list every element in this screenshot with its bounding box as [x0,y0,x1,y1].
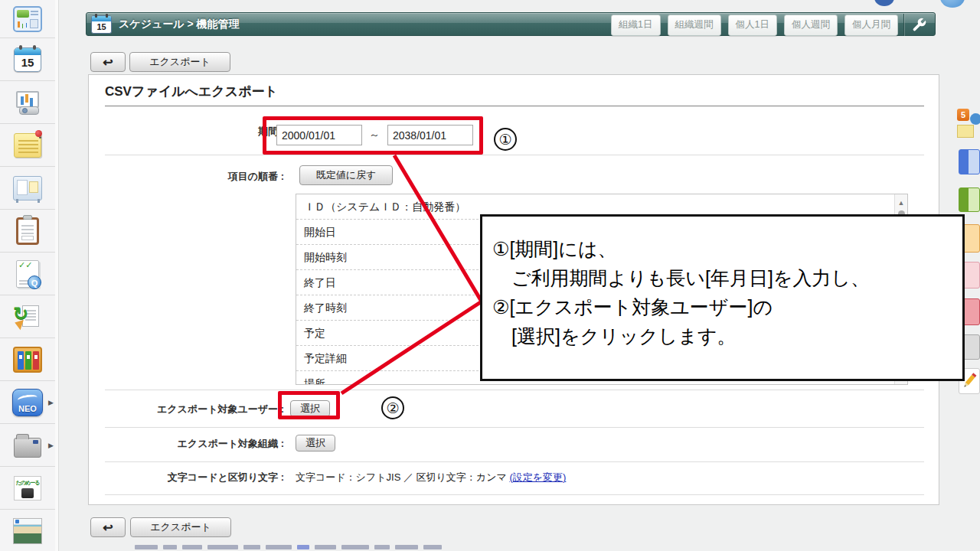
sidebar-item-todo-search[interactable]: ✓✓ Q [0,253,55,295]
cutoff-text-remnant [135,545,442,551]
header-divider [903,14,904,36]
schedule-header-icon: 15 [91,15,112,34]
cutoff-toolbar-icon [940,0,965,8]
instruction-callout: ①[期間]には、 ご利用期間よりも長い[年月日]を入力し、②[エクスポート対象ユ… [480,214,965,381]
charcode-label: 文字コードと区切り文字 : [100,471,284,484]
sidebar-item-neo[interactable]: NEO ▶ [0,381,55,424]
back-arrow-icon: ↩ [103,55,113,70]
sidebar-item-workflow[interactable]: ↻ [0,295,55,338]
module-header: 15 スケジュール > 機能管理 組織1日 組織週間 個人1日 個人週間 個人月… [86,12,936,36]
projector-icon [13,90,42,116]
step-marker-2: ② [381,396,404,419]
row-separator [105,494,924,495]
submenu-arrow-icon: ▶ [48,442,54,449]
sidebar-item-schedule[interactable]: 15 [0,38,55,81]
sidebar-item-files[interactable]: ▶ [0,424,55,467]
row-separator [105,155,924,155]
neo-app-icon: NEO [12,389,43,416]
target-org-label: エクスポート対象組織 : [100,437,284,451]
view-switcher: 組織1日 組織週間 個人1日 個人週間 個人月間 [604,13,898,37]
highlight-box-select [278,391,340,419]
scroll-up-icon[interactable]: ▲ [895,194,907,207]
submenu-arrow-icon: ▶ [48,399,54,406]
view-button-personal-day[interactable]: 個人1日 [728,15,777,36]
select-org-button[interactable]: 選択 [296,435,335,452]
cutoff-legend-green [959,187,980,212]
item-order-label: 項目の順番 : [100,170,284,184]
workflow-icon: ↻ [15,303,41,331]
period-label: 期間 : [100,125,284,139]
ad-banner-thumbnail [13,518,42,544]
cutoff-note-icon: 5 [957,109,980,138]
screen: 15 ✓✓ Q ↻ NEO ▶ [0,0,980,551]
row-separator [105,461,924,462]
bookshelf-icon [13,347,42,373]
clipboard-icon [16,217,39,245]
change-settings-link[interactable]: (設定を変更) [509,471,566,483]
row-separator [105,427,924,428]
export-button-top[interactable]: エクスポート [129,52,230,72]
target-user-label: エクスポート対象ユーザー : [100,403,284,416]
sidebar-item-portal[interactable] [0,0,55,38]
cutoff-toolbar-icon [874,0,894,6]
sidebar-item-memo[interactable] [0,124,55,167]
breadcrumb: スケジュール > 機能管理 [119,18,240,31]
sidebar-item-bulletin[interactable] [0,167,55,210]
view-button-personal-month[interactable]: 個人月間 [844,15,898,36]
page-title: CSVファイルへエクスポート [105,83,278,100]
title-underline [105,106,924,106]
sidebar-item-equipment[interactable] [0,81,55,124]
charcode-text: 文字コード：シフトJIS ／ 区切り文字：カンマ [296,471,509,483]
settings-wrench-icon[interactable] [911,17,927,33]
view-button-personal-week[interactable]: 個人週間 [784,15,838,36]
charcode-value: 文字コード：シフトJIS ／ 区切り文字：カンマ (設定を変更) [296,471,566,484]
back-arrow-icon: ↩ [103,520,113,535]
bulletin-board-icon [13,176,42,201]
memo-icon [14,133,41,158]
checklist-search-icon: ✓✓ Q [16,260,39,288]
portal-icon [13,6,42,32]
sidebar-item-banner[interactable] [0,510,55,551]
sidebar-item-documents[interactable] [0,338,55,381]
reset-defaults-button[interactable]: 既定値に戻す [299,165,393,185]
step-marker-1: ① [494,128,517,151]
row-separator [105,390,924,390]
magnifier-icon: Q [28,276,41,289]
check-marks: ✓✓ [18,261,32,269]
view-button-org-day[interactable]: 組織1日 [611,15,660,36]
tanomeru-logo: たのめーる [14,476,41,500]
back-button[interactable]: ↩ [90,52,126,72]
app-sidebar: 15 ✓✓ Q ↻ NEO ▶ [0,0,56,551]
sidebar-item-minutes[interactable] [0,210,55,253]
sidebar-item-tanomeru[interactable]: たのめーる [0,467,55,510]
folder-icon [14,438,41,458]
cutoff-legend-blue [959,149,980,174]
highlight-box-period [263,116,483,155]
back-button-bottom[interactable]: ↩ [90,517,126,537]
instruction-text: ①[期間]には、 ご利用期間よりも長い[年月日]を入力し、②[エクスポート対象ユ… [482,217,962,350]
schedule-calendar-icon: 15 [14,47,41,72]
export-button-bottom[interactable]: エクスポート [130,517,231,537]
view-button-org-week[interactable]: 組織週間 [668,15,721,36]
